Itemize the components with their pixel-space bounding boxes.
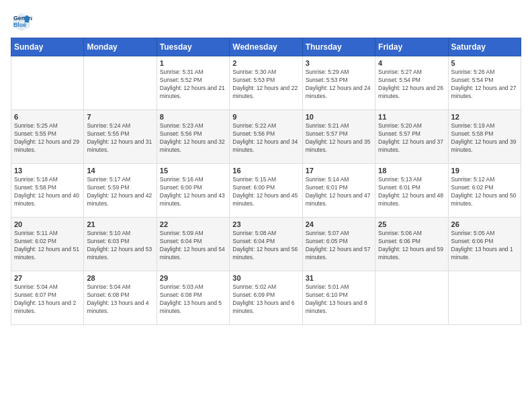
- day-info: Sunrise: 5:09 AM Sunset: 6:04 PM Dayligh…: [160, 230, 226, 262]
- day-number: 9: [232, 113, 299, 121]
- day-number: 3: [306, 59, 372, 67]
- calendar-cell: 13Sunrise: 5:18 AM Sunset: 5:58 PM Dayli…: [11, 164, 84, 218]
- day-info: Sunrise: 5:26 AM Sunset: 5:54 PM Dayligh…: [451, 68, 518, 101]
- calendar-body: 1Sunrise: 5:31 AM Sunset: 5:52 PM Daylig…: [11, 56, 521, 325]
- svg-text:Blue: Blue: [13, 21, 26, 28]
- logo: General Blue: [11, 11, 35, 32]
- calendar-cell: 31Sunrise: 5:01 AM Sunset: 6:10 PM Dayli…: [302, 271, 375, 325]
- day-number: 12: [451, 113, 518, 121]
- day-info: Sunrise: 5:13 AM Sunset: 6:01 PM Dayligh…: [378, 176, 445, 208]
- day-number: 25: [378, 220, 445, 228]
- calendar-cell: [84, 56, 157, 110]
- weekday-header: Sunday: [11, 38, 84, 56]
- svg-text:General: General: [13, 15, 32, 21]
- calendar-header-row: SundayMondayTuesdayWednesdayThursdayFrid…: [11, 38, 521, 56]
- calendar-cell: 14Sunrise: 5:17 AM Sunset: 5:59 PM Dayli…: [84, 164, 157, 218]
- day-info: Sunrise: 5:07 AM Sunset: 6:05 PM Dayligh…: [306, 230, 372, 262]
- calendar-cell: 9Sunrise: 5:22 AM Sunset: 5:56 PM Daylig…: [230, 110, 302, 164]
- day-number: 23: [232, 220, 299, 228]
- day-number: 17: [306, 167, 372, 175]
- day-info: Sunrise: 5:04 AM Sunset: 6:07 PM Dayligh…: [14, 283, 81, 316]
- calendar-week-row: 27Sunrise: 5:04 AM Sunset: 6:07 PM Dayli…: [11, 271, 521, 325]
- day-info: Sunrise: 5:05 AM Sunset: 6:06 PM Dayligh…: [451, 230, 518, 262]
- weekday-header: Monday: [84, 38, 157, 56]
- calendar-cell: 18Sunrise: 5:13 AM Sunset: 6:01 PM Dayli…: [375, 164, 448, 218]
- day-info: Sunrise: 5:24 AM Sunset: 5:55 PM Dayligh…: [87, 122, 153, 154]
- calendar-cell: 28Sunrise: 5:04 AM Sunset: 6:08 PM Dayli…: [84, 271, 157, 325]
- calendar-week-row: 1Sunrise: 5:31 AM Sunset: 5:52 PM Daylig…: [11, 56, 521, 110]
- day-number: 4: [378, 59, 445, 67]
- day-number: 14: [87, 167, 153, 175]
- day-info: Sunrise: 5:11 AM Sunset: 6:02 PM Dayligh…: [14, 230, 81, 262]
- calendar-week-row: 13Sunrise: 5:18 AM Sunset: 5:58 PM Dayli…: [11, 164, 521, 218]
- day-info: Sunrise: 5:22 AM Sunset: 5:56 PM Dayligh…: [232, 122, 299, 154]
- calendar-cell: 16Sunrise: 5:15 AM Sunset: 6:00 PM Dayli…: [230, 164, 302, 218]
- day-number: 5: [451, 59, 518, 67]
- day-info: Sunrise: 5:06 AM Sunset: 6:06 PM Dayligh…: [378, 230, 445, 262]
- weekday-header: Friday: [375, 38, 448, 56]
- day-number: 19: [451, 167, 518, 175]
- calendar-cell: 24Sunrise: 5:07 AM Sunset: 6:05 PM Dayli…: [302, 218, 375, 271]
- header: General Blue: [11, 11, 521, 32]
- day-info: Sunrise: 5:02 AM Sunset: 6:09 PM Dayligh…: [232, 283, 299, 316]
- calendar-cell: 10Sunrise: 5:21 AM Sunset: 5:57 PM Dayli…: [302, 110, 375, 164]
- day-info: Sunrise: 5:21 AM Sunset: 5:57 PM Dayligh…: [306, 122, 372, 154]
- day-number: 1: [160, 59, 226, 67]
- calendar-cell: [11, 56, 84, 110]
- day-info: Sunrise: 5:12 AM Sunset: 6:02 PM Dayligh…: [451, 176, 518, 208]
- day-number: 21: [87, 220, 153, 228]
- day-info: Sunrise: 5:17 AM Sunset: 5:59 PM Dayligh…: [87, 176, 153, 208]
- calendar-cell: 2Sunrise: 5:30 AM Sunset: 5:53 PM Daylig…: [230, 56, 302, 110]
- day-number: 11: [378, 113, 445, 121]
- calendar-cell: [375, 271, 448, 325]
- day-info: Sunrise: 5:27 AM Sunset: 5:54 PM Dayligh…: [378, 68, 445, 101]
- calendar-cell: [448, 271, 521, 325]
- day-info: Sunrise: 5:03 AM Sunset: 6:08 PM Dayligh…: [160, 283, 226, 316]
- day-number: 29: [160, 274, 226, 282]
- day-number: 31: [306, 274, 372, 282]
- day-number: 18: [378, 167, 445, 175]
- calendar-cell: 12Sunrise: 5:19 AM Sunset: 5:58 PM Dayli…: [448, 110, 521, 164]
- calendar-cell: 23Sunrise: 5:08 AM Sunset: 6:04 PM Dayli…: [230, 218, 302, 271]
- day-info: Sunrise: 5:25 AM Sunset: 5:55 PM Dayligh…: [14, 122, 81, 154]
- calendar-cell: 4Sunrise: 5:27 AM Sunset: 5:54 PM Daylig…: [375, 56, 448, 110]
- calendar-week-row: 6Sunrise: 5:25 AM Sunset: 5:55 PM Daylig…: [11, 110, 521, 164]
- day-number: 8: [160, 113, 226, 121]
- day-info: Sunrise: 5:19 AM Sunset: 5:58 PM Dayligh…: [451, 122, 518, 154]
- weekday-header: Saturday: [448, 38, 521, 56]
- weekday-header: Wednesday: [230, 38, 302, 56]
- calendar-cell: 17Sunrise: 5:14 AM Sunset: 6:01 PM Dayli…: [302, 164, 375, 218]
- calendar-cell: 30Sunrise: 5:02 AM Sunset: 6:09 PM Dayli…: [230, 271, 302, 325]
- calendar-cell: 20Sunrise: 5:11 AM Sunset: 6:02 PM Dayli…: [11, 218, 84, 271]
- calendar-cell: 11Sunrise: 5:20 AM Sunset: 5:57 PM Dayli…: [375, 110, 448, 164]
- weekday-header: Thursday: [302, 38, 375, 56]
- calendar-cell: 29Sunrise: 5:03 AM Sunset: 6:08 PM Dayli…: [157, 271, 229, 325]
- day-number: 15: [160, 167, 226, 175]
- day-number: 26: [451, 220, 518, 228]
- calendar-cell: 8Sunrise: 5:23 AM Sunset: 5:56 PM Daylig…: [157, 110, 229, 164]
- calendar-cell: 19Sunrise: 5:12 AM Sunset: 6:02 PM Dayli…: [448, 164, 521, 218]
- day-info: Sunrise: 5:16 AM Sunset: 6:00 PM Dayligh…: [160, 176, 226, 208]
- day-info: Sunrise: 5:14 AM Sunset: 6:01 PM Dayligh…: [306, 176, 372, 208]
- day-number: 7: [87, 113, 153, 121]
- day-number: 24: [306, 220, 372, 228]
- day-info: Sunrise: 5:23 AM Sunset: 5:56 PM Dayligh…: [160, 122, 226, 154]
- calendar-cell: 6Sunrise: 5:25 AM Sunset: 5:55 PM Daylig…: [11, 110, 84, 164]
- day-info: Sunrise: 5:29 AM Sunset: 5:53 PM Dayligh…: [306, 68, 372, 101]
- logo-icon: General Blue: [11, 11, 32, 32]
- day-info: Sunrise: 5:30 AM Sunset: 5:53 PM Dayligh…: [232, 68, 299, 101]
- day-number: 20: [14, 220, 81, 228]
- calendar-cell: 15Sunrise: 5:16 AM Sunset: 6:00 PM Dayli…: [157, 164, 229, 218]
- calendar-cell: 7Sunrise: 5:24 AM Sunset: 5:55 PM Daylig…: [84, 110, 157, 164]
- day-number: 28: [87, 274, 153, 282]
- day-info: Sunrise: 5:10 AM Sunset: 6:03 PM Dayligh…: [87, 230, 153, 262]
- day-number: 30: [232, 274, 299, 282]
- calendar-cell: 22Sunrise: 5:09 AM Sunset: 6:04 PM Dayli…: [157, 218, 229, 271]
- calendar-cell: 5Sunrise: 5:26 AM Sunset: 5:54 PM Daylig…: [448, 56, 521, 110]
- day-info: Sunrise: 5:04 AM Sunset: 6:08 PM Dayligh…: [87, 283, 153, 316]
- day-number: 6: [14, 113, 81, 121]
- day-info: Sunrise: 5:18 AM Sunset: 5:58 PM Dayligh…: [14, 176, 81, 208]
- day-number: 16: [232, 167, 299, 175]
- calendar-cell: 1Sunrise: 5:31 AM Sunset: 5:52 PM Daylig…: [157, 56, 229, 110]
- day-info: Sunrise: 5:01 AM Sunset: 6:10 PM Dayligh…: [306, 283, 372, 316]
